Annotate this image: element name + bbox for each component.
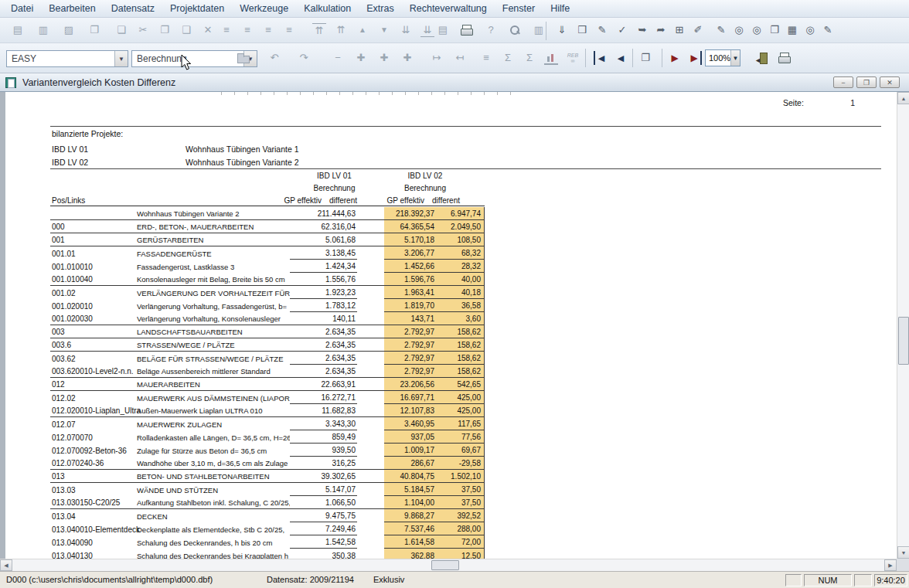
reb-icon[interactable]: REB∞ [566, 51, 580, 65]
pin-icon[interactable]: ✐ [691, 23, 705, 37]
import-record-icon[interactable]: ⇓ [555, 23, 569, 37]
table-row: 001.02 VERLÄNGERUNG DER VORHALTEZEIT FÜR… [50, 286, 485, 299]
column-header-pos-links: Pos/Links [52, 196, 85, 205]
project-row: IBD LV 02 Wohnhaus Tübingen Variante 2 [52, 155, 299, 168]
db-zoom-icon[interactable]: ◎ [750, 23, 764, 37]
print-preview-icon[interactable]: ▤ [436, 23, 450, 37]
move-up-page-icon[interactable]: ⇈ [334, 23, 348, 37]
menu-item[interactable]: Fenster [495, 2, 543, 15]
sum-positions-icon[interactable]: Σ [501, 51, 515, 65]
search-icon[interactable] [508, 23, 522, 37]
page-label: Seite: [783, 98, 804, 107]
vertical-scrollbar[interactable]: ▲ ▼ [897, 92, 909, 559]
redo-icon[interactable]: ↷ [297, 51, 311, 65]
menu-item[interactable]: Hilfe [543, 2, 577, 15]
project-name: Wohnhaus Tübingen Variante 2 [186, 158, 299, 167]
insert-position-icon[interactable]: ✚ [354, 51, 368, 65]
doc-edit-icon[interactable]: ✎ [714, 23, 728, 37]
vertical-scroll-thumb[interactable] [898, 317, 909, 365]
nav-play-icon[interactable]: ▶ [668, 51, 682, 65]
sum-icon[interactable]: Σ [523, 51, 536, 65]
assign-from-icon[interactable]: ↤ [453, 51, 467, 65]
new-document-icon[interactable]: ❏ [114, 23, 128, 37]
zoom-icon[interactable]: ◎ [803, 23, 817, 37]
close-button[interactable]: ✕ [880, 76, 900, 88]
nav-first-icon[interactable]: ◀ [594, 51, 608, 65]
merge-right-icon[interactable]: ➦ [654, 23, 668, 37]
remove-position-icon[interactable]: − [331, 51, 345, 65]
record-edit-icon[interactable]: ✎ [595, 23, 609, 37]
document-window-titlebar[interactable]: Variantenvergleich Kosten Differenz − ❐ … [0, 73, 909, 92]
delete-icon[interactable]: ✕ [201, 23, 215, 37]
menu-item[interactable]: Bearbeiten [41, 2, 103, 15]
doc-table-icon[interactable]: ▦ [785, 23, 799, 37]
scroll-right-button[interactable]: ▶ [884, 559, 897, 571]
chevron-down-icon[interactable]: ▼ [730, 50, 740, 66]
columns-icon[interactable]: ▥ [532, 23, 546, 37]
scroll-down-button[interactable]: ▼ [897, 546, 909, 559]
move-down-icon[interactable]: ▼ [377, 23, 391, 37]
insert-position-icon[interactable]: ≡ [240, 23, 254, 37]
menu-item[interactable]: Datensatz [104, 2, 162, 15]
nav-previous-icon[interactable]: ◀ [614, 51, 628, 65]
cell-gp-effektiv-lv01: 62.316,04 [290, 220, 357, 233]
add-subposition-icon[interactable]: ✚ [400, 51, 414, 65]
cell-different-lv01 [357, 457, 384, 470]
scroll-up-button[interactable]: ▲ [897, 92, 909, 104]
layout-icon[interactable]: ▥ [36, 23, 50, 37]
column-header-gp-effektiv: GP effektiv [284, 196, 322, 205]
cell-different-lv01 [357, 338, 384, 352]
move-down-page-icon[interactable]: ⇊ [399, 23, 413, 37]
chart-icon[interactable] [544, 51, 558, 65]
menu-item[interactable]: Projektdaten [162, 2, 232, 15]
menu-item[interactable]: Rechteverwaltung [402, 2, 495, 15]
record-icon[interactable]: ❒ [575, 23, 589, 37]
menu-item[interactable]: Extras [359, 2, 401, 15]
insert-text-icon[interactable]: ≡ [282, 23, 296, 37]
picture-icon[interactable]: ▨ [62, 23, 76, 37]
exit-icon[interactable] [754, 51, 768, 65]
nav-last-icon[interactable]: ▶ [688, 51, 702, 65]
menu-item[interactable]: Kalkulation [296, 2, 359, 15]
project-combobox[interactable]: EASY ▼ [6, 50, 128, 67]
cell-description: LANDSCHAFTSBAUARBEITEN [137, 325, 290, 338]
horizontal-scrollbar[interactable]: ◀ ▶ [0, 559, 897, 571]
move-up-icon[interactable]: ▲ [356, 23, 369, 37]
zoom-select[interactable]: 100% ▼ [705, 49, 740, 66]
copy-icon[interactable]: ❐ [158, 23, 172, 37]
scroll-left-button[interactable]: ◀ [0, 559, 12, 571]
move-to-top-icon[interactable]: ⇈ [312, 23, 326, 37]
restore-button[interactable]: ❐ [856, 76, 877, 88]
db-search-icon[interactable]: ◎ [732, 23, 746, 37]
table-row: 000 ERD-, BETON-, MAUERARBEITEN 62.316,0… [50, 220, 485, 233]
table-row: 003.620010-Level2-n.n. Beläge Aussenbere… [50, 365, 485, 378]
record-check-icon[interactable]: ✓ [615, 23, 629, 37]
paste-icon[interactable]: ❑ [179, 23, 193, 37]
minimize-button[interactable]: − [833, 76, 853, 88]
menu-item[interactable]: Datei [3, 2, 41, 15]
assign-to-icon[interactable]: ↦ [430, 51, 444, 65]
chevron-down-icon[interactable]: ▼ [114, 51, 128, 66]
copy-pages-icon[interactable]: ❐ [638, 51, 652, 65]
window-grid-icon[interactable]: ⊞ [672, 23, 686, 37]
undo-icon[interactable]: ↶ [267, 51, 281, 65]
cut-icon[interactable]: ✂ [136, 23, 150, 37]
doc-copy-icon[interactable]: ❐ [768, 23, 781, 37]
doc-sign-icon[interactable]: ✎ [821, 23, 835, 37]
open-folder-icon[interactable] [236, 51, 250, 65]
move-to-bottom-icon[interactable]: ⇊ [420, 23, 434, 37]
insert-subposition-icon[interactable]: ≡ [261, 23, 275, 37]
help-icon[interactable]: ? [484, 23, 498, 37]
cell-different-lv01 [357, 207, 384, 220]
horizontal-scroll-thumb[interactable] [431, 560, 459, 570]
report-icon[interactable]: ▤ [11, 23, 25, 37]
list-icon[interactable]: ≡ [479, 51, 493, 65]
print-icon[interactable] [778, 51, 792, 65]
print-icon[interactable] [460, 23, 474, 37]
pages-icon[interactable]: ❐ [87, 23, 101, 37]
merge-left-icon[interactable]: ➥ [635, 23, 649, 37]
cell-different-lv01 [357, 404, 384, 417]
add-position-icon[interactable]: ✚ [377, 51, 391, 65]
menu-item[interactable]: Werkzeuge [232, 2, 296, 15]
insert-title-icon[interactable]: ≡ [220, 23, 233, 37]
